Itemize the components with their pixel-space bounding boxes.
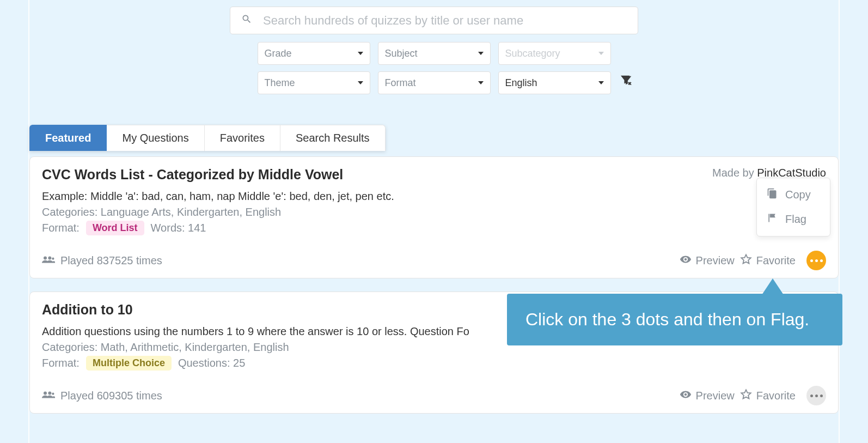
search-input[interactable] <box>262 13 627 28</box>
quiz-categories: Categories: Language Arts, Kindergarten,… <box>42 206 826 219</box>
tooltip-arrow-icon <box>762 278 784 295</box>
quiz-example: Example: Middle 'a': bad, can, ham, nap … <box>42 190 826 203</box>
preview-button[interactable]: Preview <box>680 389 735 403</box>
popover-copy-label: Copy <box>785 189 811 201</box>
filter-subject-label: Subject <box>385 48 418 59</box>
tab-search-results-label: Search Results <box>296 132 370 144</box>
filter-grade[interactable]: Grade <box>258 42 370 65</box>
caret-down-icon <box>478 52 484 55</box>
svg-point-6 <box>52 392 54 395</box>
preview-button[interactable]: Preview <box>680 253 735 268</box>
instruction-text: Click on the 3 dots and then on Flag. <box>525 310 809 329</box>
tab-featured-label: Featured <box>45 132 91 144</box>
dots-icon <box>810 395 823 397</box>
filter-row-2: Theme Format English x <box>258 71 611 94</box>
svg-point-1 <box>44 256 47 259</box>
tab-my-questions[interactable]: My Questions <box>107 125 204 151</box>
format-label: Format: <box>42 357 80 369</box>
filter-subcategory-label: Subcategory <box>505 48 560 59</box>
tab-favorites-label: Favorites <box>220 132 265 144</box>
filter-language[interactable]: English <box>498 71 611 94</box>
quiz-format-line: Format: Word List Words: 141 <box>42 221 826 235</box>
clear-filters-icon[interactable]: x <box>621 75 633 89</box>
tab-favorites[interactable]: Favorites <box>205 125 280 151</box>
favorite-label: Favorite <box>756 254 796 267</box>
tab-search-results[interactable]: Search Results <box>280 125 386 151</box>
caret-down-icon <box>478 81 484 84</box>
filter-grade-label: Grade <box>265 48 292 59</box>
more-menu-popover: Copy Flag <box>756 178 830 236</box>
caret-down-icon <box>358 52 363 55</box>
popover-copy[interactable]: Copy <box>757 183 830 207</box>
popover-flag[interactable]: Flag <box>757 207 830 232</box>
played-count: Played 609305 times <box>60 390 162 402</box>
filter-subject[interactable]: Subject <box>378 42 491 65</box>
favorite-button[interactable]: Favorite <box>740 389 796 403</box>
main-panel: Grade Subject Subcategory Theme <box>28 0 840 443</box>
quiz-footer: Played 837525 times Preview <box>42 251 826 270</box>
popover-flag-label: Flag <box>785 213 806 226</box>
quiz-footer: Played 609305 times Preview <box>42 386 826 405</box>
count-label: Questions: 25 <box>178 357 245 369</box>
tabs: Featured My Questions Favorites Search R… <box>29 125 386 151</box>
favorite-button[interactable]: Favorite <box>740 253 796 268</box>
filter-row-1: Grade Subject Subcategory <box>258 42 611 65</box>
filter-subcategory: Subcategory <box>498 42 611 65</box>
users-icon <box>42 390 55 402</box>
users-icon <box>42 254 55 267</box>
caret-down-icon <box>358 81 363 84</box>
quiz-title[interactable]: Addition to 10 <box>42 302 133 318</box>
flag-icon <box>767 213 778 226</box>
tab-featured[interactable]: Featured <box>29 125 107 151</box>
format-badge: Word List <box>86 221 144 235</box>
more-menu-button[interactable] <box>806 386 826 405</box>
played-count: Played 837525 times <box>60 254 162 267</box>
format-label: Format: <box>42 222 80 234</box>
filter-format[interactable]: Format <box>378 71 491 94</box>
preview-label: Preview <box>696 254 735 267</box>
quiz-list: CVC Words List - Categorized by Middle V… <box>29 156 839 414</box>
count-label: Words: 141 <box>151 222 206 234</box>
search-icon <box>241 14 252 27</box>
filter-language-label: English <box>505 77 537 89</box>
search-row <box>29 7 839 34</box>
more-menu-button[interactable] <box>806 251 826 270</box>
preview-label: Preview <box>696 390 735 402</box>
svg-point-5 <box>48 391 51 395</box>
svg-point-2 <box>48 256 51 259</box>
star-icon <box>740 253 752 268</box>
caret-down-icon <box>598 81 604 84</box>
filter-section: Grade Subject Subcategory Theme <box>29 42 839 94</box>
star-icon <box>740 389 752 403</box>
eye-icon <box>680 253 692 268</box>
author-name[interactable]: PinkCatStudio <box>757 167 826 179</box>
format-badge: Multiple Choice <box>86 356 172 371</box>
filter-format-label: Format <box>385 77 416 89</box>
filter-theme[interactable]: Theme <box>258 71 370 94</box>
copy-icon <box>767 188 778 202</box>
quiz-card: CVC Words List - Categorized by Middle V… <box>29 156 839 278</box>
filter-theme-label: Theme <box>265 77 295 89</box>
favorite-label: Favorite <box>756 390 796 402</box>
quiz-format-line: Format: Multiple Choice Questions: 25 <box>42 356 826 371</box>
instruction-tooltip: Click on the 3 dots and then on Flag. <box>507 294 842 345</box>
eye-icon <box>680 389 692 403</box>
made-by-prefix: Made by <box>712 167 757 179</box>
svg-text:x: x <box>628 81 632 86</box>
tab-my-questions-label: My Questions <box>122 132 188 144</box>
dots-icon <box>810 259 823 262</box>
search-bar[interactable] <box>230 7 638 34</box>
caret-down-icon <box>598 52 604 55</box>
svg-point-4 <box>44 391 47 395</box>
svg-point-3 <box>52 257 54 259</box>
quiz-title[interactable]: CVC Words List - Categorized by Middle V… <box>42 167 343 183</box>
